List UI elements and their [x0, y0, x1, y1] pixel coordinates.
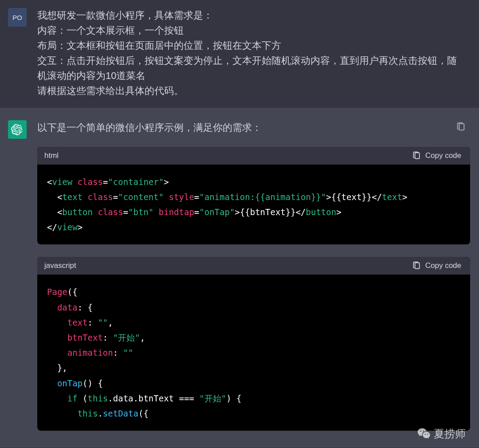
assistant-avatar	[8, 120, 27, 139]
wechat-icon	[417, 427, 431, 441]
code-body: <view class="container"> <text class="co…	[37, 165, 470, 245]
code-body: Page({ data: { text: "", btnText: "开始", …	[37, 275, 470, 431]
code-block: javascriptCopy codePage({ data: { text: …	[37, 257, 470, 431]
code-lang-label: javascript	[44, 261, 76, 270]
watermark: 夏捞师	[417, 427, 466, 441]
user-avatar-label: PO	[12, 14, 22, 21]
user-text: 我想研发一款微信小程序，具体需求是： 内容：一个文本展示框，一个按钮 布局：文本…	[37, 8, 466, 99]
user-message: PO 我想研发一款微信小程序，具体需求是： 内容：一个文本展示框，一个按钮 布局…	[0, 0, 479, 108]
svg-rect-0	[459, 123, 464, 130]
code-block-header: javascriptCopy code	[37, 257, 470, 275]
copy-code-button[interactable]: Copy code	[412, 261, 461, 270]
clipboard-icon[interactable]	[456, 122, 466, 134]
copy-label: Copy code	[425, 261, 461, 270]
svg-rect-1	[415, 153, 419, 158]
code-block: htmlCopy code<view class="container"> <t…	[37, 147, 470, 245]
copy-code-button[interactable]: Copy code	[412, 151, 461, 160]
code-blocks-container: htmlCopy code<view class="container"> <t…	[37, 147, 470, 431]
code-lang-label: html	[44, 151, 59, 160]
user-content: 我想研发一款微信小程序，具体需求是： 内容：一个文本展示框，一个按钮 布局：文本…	[37, 8, 479, 99]
assistant-intro: 以下是一个简单的微信小程序示例，满足你的需求：	[37, 120, 448, 135]
watermark-text: 夏捞师	[434, 427, 466, 441]
assistant-header-row: 以下是一个简单的微信小程序示例，满足你的需求：	[37, 120, 470, 147]
assistant-message: 以下是一个简单的微信小程序示例，满足你的需求： htmlCopy code<vi…	[0, 108, 479, 448]
assistant-body: 以下是一个简单的微信小程序示例，满足你的需求： htmlCopy code<vi…	[37, 120, 479, 444]
code-block-header: htmlCopy code	[37, 147, 470, 165]
openai-logo-icon	[11, 123, 24, 136]
copy-label: Copy code	[425, 151, 461, 160]
user-avatar: PO	[8, 8, 27, 27]
svg-rect-2	[415, 263, 419, 269]
